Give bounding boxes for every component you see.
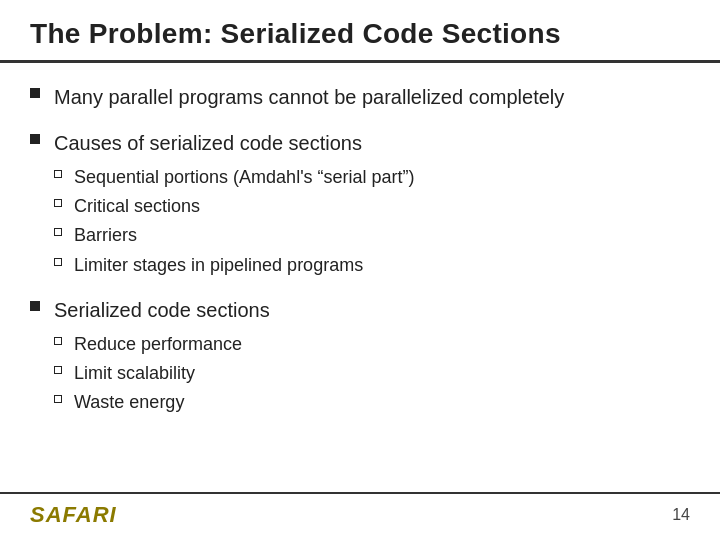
sub-text-2-3: Barriers	[74, 223, 137, 248]
sub-square-3-1	[54, 337, 62, 345]
sub-item-3-1: Reduce performance	[54, 332, 270, 357]
sub-square-3-2	[54, 366, 62, 374]
sub-text-2-1: Sequential portions (Amdahl's “serial pa…	[74, 165, 415, 190]
slide: The Problem: Serialized Code Sections Ma…	[0, 0, 720, 540]
sub-text-3-3: Waste energy	[74, 390, 184, 415]
sub-item-2-2: Critical sections	[54, 194, 415, 219]
sub-text-3-2: Limit scalability	[74, 361, 195, 386]
sub-square-2-2	[54, 199, 62, 207]
bullet-text-2: Causes of serialized code sections	[54, 132, 362, 154]
bullet-text-3: Serialized code sections	[54, 299, 270, 321]
bullet-square-2	[30, 134, 40, 144]
content-area: Many parallel programs cannot be paralle…	[0, 63, 720, 492]
bullet-square-1	[30, 88, 40, 98]
sub-item-3-3: Waste energy	[54, 390, 270, 415]
bullet-item-3: Serialized code sections Reduce performa…	[30, 296, 690, 416]
sub-text-3-1: Reduce performance	[74, 332, 242, 357]
sub-item-2-3: Barriers	[54, 223, 415, 248]
sub-item-2-1: Sequential portions (Amdahl's “serial pa…	[54, 165, 415, 190]
bullet-item-2: Causes of serialized code sections Seque…	[30, 129, 690, 278]
sub-list-2: Sequential portions (Amdahl's “serial pa…	[54, 165, 415, 278]
slide-title: The Problem: Serialized Code Sections	[30, 18, 561, 49]
sub-square-3-3	[54, 395, 62, 403]
sub-item-2-4: Limiter stages in pipelined programs	[54, 253, 415, 278]
safari-logo: SAFARI	[30, 502, 117, 528]
sub-text-2-4: Limiter stages in pipelined programs	[74, 253, 363, 278]
bullet-item-1: Many parallel programs cannot be paralle…	[30, 83, 690, 111]
sub-list-3: Reduce performance Limit scalability Was…	[54, 332, 270, 416]
bullet-text-1: Many parallel programs cannot be paralle…	[54, 86, 564, 108]
sub-square-2-4	[54, 258, 62, 266]
bullet-square-3	[30, 301, 40, 311]
page-number: 14	[672, 506, 690, 524]
sub-item-3-2: Limit scalability	[54, 361, 270, 386]
sub-square-2-3	[54, 228, 62, 236]
sub-square-2-1	[54, 170, 62, 178]
title-bar: The Problem: Serialized Code Sections	[0, 0, 720, 63]
footer: SAFARI 14	[0, 492, 720, 540]
sub-text-2-2: Critical sections	[74, 194, 200, 219]
